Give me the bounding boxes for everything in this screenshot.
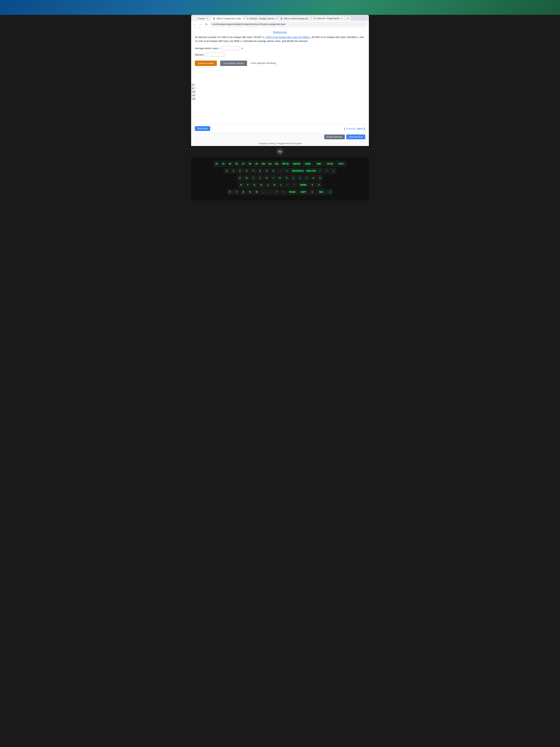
key-5[interactable]: 5 [237,168,243,174]
key-f[interactable]: F [245,182,251,188]
key-0[interactable]: 0 [270,168,276,174]
average-atomic-mass-input[interactable] [221,46,240,50]
key-f12[interactable]: F12 [274,161,279,167]
address-bar[interactable]: com/ilrn/takeAssignment/takeCovalentActi… [210,22,367,26]
key-numlock[interactable]: NUM LOCK [306,168,316,174]
key-pgup[interactable]: PG UP [325,161,335,167]
key-rbracket[interactable]: ] [297,175,303,181]
new-tab-button[interactable]: + [345,16,351,21]
show-hint-button[interactable]: Show Hint [195,126,210,131]
key-f7[interactable]: F7 [240,161,246,167]
key-period[interactable]: . [267,189,273,195]
key-backspace[interactable]: BACKSPACE [290,168,305,174]
key-equals[interactable]: = [284,168,290,174]
key-semicolon[interactable]: ; [285,182,291,188]
hp-logo: hp [276,148,284,155]
key-4[interactable]: 4 [230,168,236,174]
tab-owlv2-online-close[interactable]: ✕ [311,17,312,20]
key-shift[interactable]: SHIFT [298,189,309,195]
zxcv-row: C V B N M , . ? / PAUSE SHIFT 1 END 2 [193,189,367,195]
tab-mindtap-close[interactable]: ✕ [275,17,278,20]
key-c[interactable]: C [227,189,233,195]
key-num-asterisk[interactable]: * [324,168,330,174]
next-button[interactable]: Next ❯ [357,127,365,130]
tab-content[interactable]: 📄 Content ✕ [192,16,211,21]
key-pause[interactable]: PAUSE [287,189,297,195]
key-g[interactable]: G [251,182,258,188]
key-prtsc[interactable]: PRT SC [281,161,291,167]
try-another-version-button[interactable]: Try Another Version [220,60,247,66]
previous-button[interactable]: ❮ Previous [344,127,356,130]
key-l[interactable]: L [278,182,284,188]
key-comma[interactable]: , [260,189,266,195]
key-3[interactable]: 3 [224,168,230,174]
key-v[interactable]: V [234,189,240,195]
key-f10[interactable]: F10 [260,161,266,167]
tab-google-close[interactable]: ✕ [340,17,343,20]
save-exit-button[interactable]: Save and Exit [346,134,365,139]
key-num1[interactable]: 1 [309,189,315,195]
key-num5[interactable]: 5 [316,182,322,188]
page-content: pt pt 1 pt 1 pt 1 pt [References] An ele… [191,28,369,124]
submit-answer-button[interactable]: Submit Answer [195,60,217,66]
key-num7[interactable]: 7 [304,175,310,181]
key-f5[interactable]: F5 [227,161,233,167]
key-pgdn[interactable]: PG D [336,161,346,167]
key-f9[interactable]: F9 [254,161,260,167]
key-t[interactable]: T [250,175,256,181]
tab-owlv2-online[interactable]: 🦉 OWLv2 | Online teaching and... ✕ [278,16,312,21]
key-b[interactable]: B [240,189,246,195]
key-f11[interactable]: F11 [267,161,273,167]
key-k[interactable]: K [271,182,277,188]
key-d[interactable]: D [238,182,244,188]
key-i[interactable]: I [270,175,276,181]
key-end[interactable]: END [314,161,324,167]
key-question[interactable]: ? [274,189,279,195]
key-home[interactable]: HOME [302,161,313,167]
element-input[interactable] [206,53,224,57]
key-quote[interactable]: ' [292,182,297,188]
key-f8[interactable]: F8 [247,161,253,167]
tab-content-close[interactable]: ✕ [206,17,209,20]
key-6[interactable]: 6 [244,168,250,174]
key-j[interactable]: J [265,182,271,188]
key-h[interactable]: H [258,182,264,188]
key-y[interactable]: Y [257,175,263,181]
reload-button[interactable]: ↻ [205,22,208,26]
key-slash[interactable]: / [281,189,286,195]
key-8[interactable]: 8 [257,168,263,174]
key-end-num[interactable]: END [316,189,326,195]
key-num8[interactable]: 8 [310,175,316,181]
key-p[interactable]: P [284,175,290,181]
key-num2[interactable]: 2 [327,189,333,195]
tab-mindtap[interactable]: 🧠 MindTap - Cengage Learning ✕ [245,16,278,21]
key-lbracket[interactable]: [ [290,175,296,181]
key-enter[interactable]: ENTER [298,182,309,188]
back-button[interactable]: ← [193,22,197,26]
side-label-2: pt [191,87,196,90]
key-n[interactable]: N [247,189,253,195]
key-e[interactable]: E [237,175,243,181]
key-u[interactable]: U [264,175,270,181]
tab-owlv2-assignment[interactable]: 🦉 OWLv2 | Assignment | Take ✕ [211,16,244,21]
key-num-plus[interactable]: + [330,168,336,174]
key-9[interactable]: 9 [264,168,270,174]
key-f3[interactable]: F3 [214,161,220,167]
key-f4[interactable]: F4 [220,161,226,167]
key-num9[interactable]: 9 [317,175,323,181]
asdf-row: D F G H J K L ; ' ENTER 4 5 [193,182,367,188]
key-m[interactable]: M [254,189,260,195]
key-num-slash[interactable]: / [317,168,323,174]
key-delete[interactable]: DELETE [292,161,302,167]
references-link[interactable]: [References] [195,31,365,33]
key-7[interactable]: 7 [250,168,256,174]
key-r[interactable]: R [244,175,250,181]
key-num4[interactable]: 4 [309,182,315,188]
key-f6[interactable]: F6 [234,161,240,167]
tab-owlv2-close[interactable]: ✕ [242,17,244,20]
forward-button[interactable]: → [198,22,203,26]
key-minus[interactable]: - [277,168,283,174]
tab-google-search[interactable]: G mass of fe - Google Search ✕ [312,16,345,21]
email-instructor-button[interactable]: Email Instructor [324,134,345,139]
key-o[interactable]: O [277,175,283,181]
